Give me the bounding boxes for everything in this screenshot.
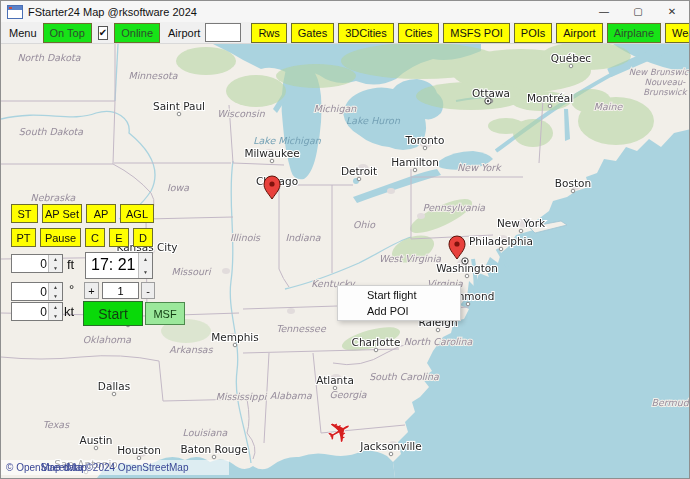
city-dot-richmond [466, 302, 470, 306]
map-label-tennessee: Tennessee [276, 323, 327, 334]
panel-button-d[interactable]: D [133, 228, 153, 247]
time-down-icon[interactable]: ▼ [139, 266, 152, 279]
city-dot-boston [571, 189, 575, 193]
map-label-south-carolina: South Carolina [369, 371, 439, 382]
map-canvas[interactable]: North DakotaMinnesotaSaint PaulWisconsin… [1, 44, 690, 478]
toolbar-button-airport[interactable]: Airport [556, 23, 602, 43]
map-label-new-brunswick: New Brunswick [629, 67, 690, 77]
map-label-montr-al: Montréal [527, 92, 573, 104]
step-value-box[interactable]: 1 [102, 282, 139, 299]
city-dot-new-york [519, 229, 523, 233]
map-label-saint-paul: Saint Paul [153, 100, 205, 112]
map-label-arkansas: Arkansas [169, 344, 213, 355]
map-label-ottawa: Ottawa [472, 87, 510, 99]
city-dot-raleigh [436, 328, 440, 332]
context-menu-item-start-flight[interactable]: Start flight [338, 287, 460, 303]
panel-button-c[interactable]: C [85, 228, 105, 247]
map-label-new-york: New York [497, 217, 546, 229]
start-button[interactable]: Start [83, 301, 143, 326]
city-dot-austin [94, 446, 98, 450]
map-label-maine: Maine [594, 101, 624, 112]
panel-button-st[interactable]: ST [11, 204, 38, 223]
toolbar-button-group: RwsGates3DCitiesCitiesMSFS POIPOIsAirpor… [251, 23, 690, 43]
map-label-charlotte: Charlotte [352, 336, 401, 348]
map-label-michigan: Michigan [314, 103, 358, 114]
map-label-houston: Houston [117, 444, 161, 456]
menu-button[interactable]: Menu [9, 27, 37, 39]
map-label-lake-huron: Lake Huron [346, 115, 401, 126]
speed-down-icon[interactable]: ▼ [49, 312, 62, 321]
panel-button-ap[interactable]: AP [86, 204, 116, 223]
attribution-mapdata[interactable]: Map data ©2024 OpenStreetMap [41, 462, 188, 473]
heading-down-icon[interactable]: ▼ [49, 292, 62, 301]
panel-button-e[interactable]: E [109, 228, 129, 247]
on-top-button[interactable]: On Top [43, 23, 92, 43]
map-label-philadelphia: Philadelphia [469, 235, 533, 247]
map-label-north-dakota: North Dakota [17, 52, 80, 63]
toolbar-button-cities[interactable]: Cities [398, 23, 440, 43]
time-up-icon[interactable]: ▲ [139, 253, 152, 266]
map-label-texas: Texas [43, 419, 70, 430]
altitude-down-icon[interactable]: ▼ [49, 264, 62, 273]
panel-button-agl[interactable]: AGL [120, 204, 154, 223]
map-label-memphis: Memphis [211, 331, 258, 343]
minimize-icon[interactable]: — [587, 1, 621, 22]
airport-input[interactable] [205, 23, 241, 42]
toolbar-button-pois[interactable]: POIs [514, 23, 552, 43]
msf-button[interactable]: MSF [145, 302, 185, 325]
toolbar-button-3dcities[interactable]: 3DCities [338, 23, 394, 43]
panel-button-pt[interactable]: PT [11, 228, 36, 247]
heading-value: 0 [40, 285, 47, 299]
time-spinner[interactable]: 17: 21 ▲▼ [85, 252, 153, 279]
map-label-mississippi: Mississippi [216, 391, 268, 402]
map-label-wisconsin: Wisconsin [217, 108, 265, 119]
map-attribution: © OpenStreetMap Map data ©2024 OpenStree… [1, 460, 229, 475]
step-plus-button[interactable]: + [84, 282, 99, 299]
capital-marker-dot [487, 100, 489, 102]
speed-spinner[interactable]: 0 ▲▼ [11, 302, 63, 321]
close-icon[interactable]: ✕ [655, 1, 689, 22]
panel-button-pause[interactable]: Pause [40, 228, 81, 247]
speed-value: 0 [40, 305, 47, 319]
title-bar: FStarter24 Map @rksoftware 2024 — ▢ ✕ [1, 1, 689, 22]
map-label-brunswick: Brunswick [643, 87, 688, 97]
map-label-boston: Boston [555, 177, 591, 189]
city-dot-hamilton [413, 168, 417, 172]
map-label-georgia: Georgia [329, 389, 366, 400]
city-dot-detroit [357, 177, 361, 181]
toolbar-button-airplane[interactable]: Airplane [607, 23, 661, 43]
map-label-qu-bec: Québec [551, 52, 592, 64]
context-menu-item-add-poi[interactable]: Add POI [338, 303, 460, 319]
map-label-alabama: Alabama [270, 390, 312, 401]
city-dot-baton-rouge [212, 455, 216, 459]
heading-spinner[interactable]: 0 ▲▼ [11, 282, 63, 301]
panel-button-ap-set[interactable]: AP Set [42, 204, 82, 223]
map-label-illinois: Illinois [230, 232, 261, 243]
step-minus-button[interactable]: - [141, 282, 155, 299]
altitude-up-icon[interactable]: ▲ [49, 255, 62, 264]
heading-up-icon[interactable]: ▲ [49, 283, 62, 292]
speed-up-icon[interactable]: ▲ [49, 303, 62, 312]
speed-unit-label: kt [64, 304, 74, 319]
map-label-toronto: Toronto [405, 134, 445, 146]
map-label-bermuda: Bermuda [651, 397, 690, 408]
time-value: 17: 21 [91, 256, 135, 274]
window-controls: — ▢ ✕ [587, 1, 689, 22]
map-label-milwaukee: Milwaukee [244, 147, 299, 159]
toolbar-button-gates[interactable]: Gates [291, 23, 334, 43]
map-label-oklahoma: Oklahoma [83, 334, 132, 345]
city-dot-memphis [233, 343, 237, 347]
altitude-spinner[interactable]: 0 ▲▼ [11, 254, 63, 273]
toolbar-button-rws[interactable]: Rws [251, 23, 286, 43]
toolbar-button-weather[interactable]: Weather [665, 23, 690, 43]
online-button[interactable]: Online [114, 23, 160, 43]
maximize-icon[interactable]: ▢ [621, 1, 655, 22]
map-label-detroit: Detroit [341, 165, 377, 177]
panel-row-1: STAP SetAPAGL [11, 204, 154, 223]
city-dot-philadelphia [499, 247, 503, 251]
online-checkbox[interactable]: ✔ [98, 26, 108, 40]
map-label-nouveau: Nouveau- [645, 77, 687, 87]
map-label-south-dakota: South Dakota [19, 126, 83, 137]
toolbar-button-msfs-poi[interactable]: MSFS POI [443, 23, 510, 43]
map-label-north-carolina: North Carolina [404, 336, 473, 347]
